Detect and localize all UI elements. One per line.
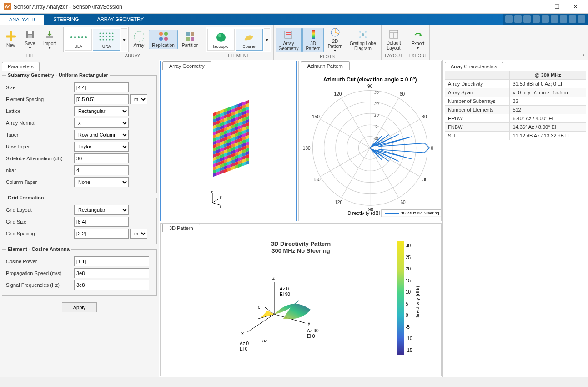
array-normal-select[interactable]: x [74, 118, 129, 128]
svg-rect-40 [286, 34, 287, 35]
svg-point-19 [112, 36, 114, 37]
grid-spacing-unit-select[interactable]: m [130, 229, 147, 239]
svg-text:5: 5 [406, 301, 408, 306]
svg-text:x: x [219, 204, 222, 209]
2d-pattern-button[interactable]: 2DPattern▼ [325, 25, 346, 54]
element-spacing-input[interactable] [74, 94, 129, 104]
qat-icon[interactable] [505, 15, 513, 23]
svg-point-18 [109, 36, 111, 37]
table-row: Array Spanx=0 m y=7.5 m z=15.5 m [445, 88, 586, 97]
svg-point-8 [81, 36, 83, 38]
svg-point-16 [103, 36, 104, 37]
svg-rect-31 [191, 32, 194, 36]
svg-text:z: z [210, 191, 213, 194]
array-geometry-plot-button[interactable]: ArrayGeometry [276, 28, 302, 52]
qat-icon[interactable] [533, 15, 540, 23]
save-button[interactable]: Save▼ [21, 28, 39, 51]
import-button[interactable]: Import▼ [40, 28, 59, 51]
svg-rect-33 [191, 37, 194, 41]
ula-item[interactable]: ULA [65, 29, 92, 51]
qat-icon[interactable] [560, 15, 567, 23]
cosine-power-input[interactable] [74, 256, 149, 266]
qat-icon[interactable] [542, 15, 549, 23]
svg-point-20 [100, 39, 101, 40]
propagation-speed-input[interactable] [74, 268, 149, 278]
window-title: Sensor Array Analyzer - SensorArraySessi… [14, 4, 530, 10]
main-area: Parameters Subarray Geometry - Uniform R… [0, 60, 588, 377]
svg-point-17 [106, 36, 107, 37]
close-button[interactable]: ✕ [566, 0, 584, 13]
parameters-tab[interactable]: Parameters [2, 62, 40, 71]
array-button[interactable]: Array [130, 30, 148, 49]
svg-point-28 [159, 37, 163, 41]
titlebar: Sensor Array Analyzer - SensorArraySessi… [0, 0, 588, 14]
grid-size-input[interactable] [74, 217, 129, 227]
size-input[interactable] [74, 82, 129, 92]
svg-point-14 [112, 32, 114, 34]
help-icon[interactable] [569, 15, 576, 23]
svg-text:-15: -15 [406, 348, 412, 353]
svg-text:-10: -10 [406, 336, 412, 341]
azimuth-polar-plot: Azimuth Cut (elevation angle = 0.0°) [299, 70, 441, 221]
grating-lobe-button[interactable]: Grating LobeDiagram [347, 28, 379, 52]
array-geometry-plot [213, 100, 249, 177]
element-gallery-dropdown[interactable]: ▾ [264, 28, 270, 51]
nbar-input[interactable] [74, 165, 129, 175]
svg-text:Az 90: Az 90 [307, 328, 319, 333]
new-button[interactable]: New [2, 30, 20, 49]
svg-text:0: 0 [431, 146, 433, 151]
3d-pattern-viz[interactable]: 3D Pattern 3D Directivity Pattern300 MHz… [160, 223, 442, 376]
svg-text:Directivity (dBi: Directivity (dBi [347, 210, 380, 216]
svg-text:90: 90 [367, 84, 373, 89]
qat-icon[interactable] [523, 15, 531, 23]
characteristics-tab[interactable]: Array Characteristics [445, 62, 503, 71]
minimize-button[interactable]: — [530, 0, 548, 13]
signal-freq-input[interactable] [74, 280, 149, 290]
cosine-item[interactable]: Cosine [236, 29, 263, 51]
replication-button[interactable]: Replication [149, 30, 177, 49]
lattice-select[interactable]: Rectangular [74, 106, 129, 116]
characteristics-panel: Array Characteristics @ 300 MHz Array Di… [442, 60, 588, 377]
qat-icon[interactable] [551, 15, 558, 23]
svg-text:20: 20 [373, 102, 378, 106]
tab-steering[interactable]: STEERING [44, 14, 88, 25]
qat-icon[interactable] [514, 15, 522, 23]
tab-analyzer[interactable]: ANALYZER [0, 14, 44, 25]
default-layout-button[interactable]: DefaultLayout [383, 27, 404, 52]
grid-layout-select[interactable]: Rectangular [74, 205, 129, 215]
svg-rect-37 [286, 32, 287, 33]
ura-item[interactable]: URA [93, 29, 120, 51]
array-gallery-dropdown[interactable]: ▾ [121, 28, 127, 51]
tab-array-geometry[interactable]: ARRAY GEOMETRY [88, 14, 153, 25]
taper-select[interactable]: Row and Column [74, 130, 129, 140]
apply-button[interactable]: Apply [62, 302, 97, 312]
grid-spacing-input[interactable] [74, 229, 129, 239]
svg-text:Az 0: Az 0 [240, 341, 249, 346]
svg-point-47 [365, 31, 367, 33]
isotropic-item[interactable]: Isotropic [207, 29, 235, 51]
parameters-panel: Parameters Subarray Geometry - Uniform R… [0, 60, 159, 377]
svg-rect-4 [46, 36, 53, 38]
3d-pattern-button[interactable]: 3DPattern [302, 28, 323, 52]
collapse-ribbon-icon[interactable]: ▴ [579, 25, 588, 60]
colorbar: -15-10-5051015202530 Directivity (dBi) [396, 237, 423, 364]
table-row: Number of Elements512 [445, 106, 586, 114]
qat-icon[interactable] [578, 15, 585, 23]
spacing-unit-select[interactable]: m [130, 94, 147, 104]
svg-line-55 [212, 199, 219, 203]
svg-rect-30 [186, 32, 190, 36]
maximize-button[interactable]: ☐ [548, 0, 566, 13]
column-taper-select[interactable]: None [74, 177, 129, 187]
table-row: Array Directivity31.50 dBi at 0 Az; 0 El [445, 80, 586, 88]
row-taper-select[interactable]: Taylor [74, 142, 129, 152]
partition-button[interactable]: Partition [179, 30, 202, 49]
svg-text:0: 0 [406, 313, 408, 318]
sidelobe-input[interactable] [74, 153, 129, 163]
center-panel: Array Geometry zyx Azimuth Pattern Azimu… [159, 60, 442, 377]
export-button[interactable]: Export▼ [408, 28, 427, 51]
array-geometry-viz[interactable]: Array Geometry zyx [160, 61, 297, 221]
svg-text:El 0: El 0 [240, 346, 248, 351]
azimuth-pattern-viz[interactable]: Azimuth Pattern Azimuth Cut (elevation a… [298, 61, 442, 221]
svg-text:Az 0: Az 0 [280, 286, 289, 291]
group-label: ARRAY [63, 53, 201, 60]
